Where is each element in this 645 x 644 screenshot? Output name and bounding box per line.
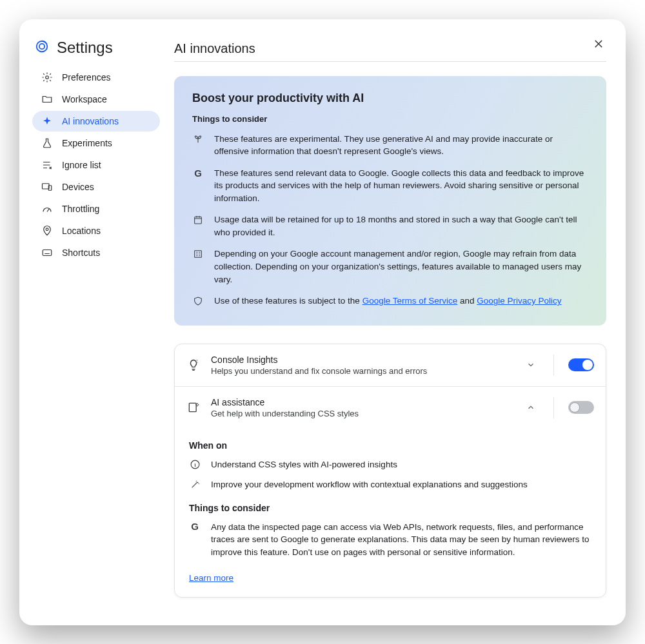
svg-point-1 [39, 43, 45, 48]
features-card: Console Insights Helps you understand an… [174, 344, 606, 598]
svg-rect-7 [195, 217, 202, 224]
info-banner: Boost your productivity with AI Things t… [174, 76, 606, 326]
gauge-icon [41, 203, 53, 215]
terms-link[interactable]: Google Terms of Service [362, 296, 458, 306]
toggle-ai-assistance[interactable] [568, 401, 594, 414]
sidebar-item-throttling[interactable]: Throttling [32, 199, 160, 219]
svg-point-2 [46, 75, 49, 79]
app-logo-icon [35, 39, 49, 56]
close-button[interactable] [590, 35, 608, 53]
svg-rect-9 [189, 404, 196, 412]
app-title: Settings [57, 39, 113, 57]
shield-icon [192, 295, 204, 307]
svg-rect-6 [43, 249, 52, 255]
sidebar-item-label: Devices [62, 182, 94, 192]
when-on-heading: When on [189, 440, 591, 451]
svg-rect-8 [195, 251, 202, 258]
calendar-icon [192, 213, 204, 239]
sidebar-item-label: AI innovations [62, 116, 119, 126]
banner-subtitle: Things to consider [192, 114, 588, 124]
banner-item-legal: Use of these features is subject to the … [192, 295, 588, 307]
sidebar-item-shortcuts[interactable]: Shortcuts [32, 242, 160, 263]
google-icon: G [189, 521, 201, 531]
banner-item-experimental: These features are experimental. They us… [192, 133, 588, 158]
google-icon: G [192, 167, 204, 205]
banner-title: Boost your productivity with AI [192, 92, 588, 105]
feature-subtitle: Get help with understanding CSS styles [211, 409, 512, 418]
learn-more-link[interactable]: Learn more [189, 573, 233, 583]
sidebar-item-label: Experiments [62, 138, 112, 148]
chevron-up-icon[interactable] [522, 403, 539, 412]
seedling-icon [192, 133, 204, 158]
banner-item-text: These features send relevant data to Goo… [214, 167, 588, 205]
svg-point-5 [46, 228, 48, 230]
divider [553, 355, 554, 376]
svg-rect-3 [43, 183, 50, 188]
pin-icon [41, 225, 53, 237]
feature-title: AI assistance [211, 397, 512, 407]
sidebar: Settings Preferences Workspace AI innova… [19, 32, 168, 625]
feature-console-insights: Console Insights Helps you understand an… [175, 344, 606, 386]
org-icon [192, 248, 204, 286]
settings-window: Settings Preferences Workspace AI innova… [19, 19, 626, 625]
consider-item: G Any data the inspected page can access… [189, 521, 591, 559]
sidebar-item-label: Locations [62, 226, 101, 236]
banner-item-text: Depending on your Google account managem… [214, 248, 588, 286]
page-title: AI innovations [174, 41, 606, 56]
sidebar-item-locations[interactable]: Locations [32, 220, 160, 241]
sidebar-item-ai-innovations[interactable]: AI innovations [32, 111, 160, 132]
keyboard-icon [41, 247, 53, 259]
feature-subtitle: Helps you understand and fix console war… [211, 366, 512, 376]
sidebar-item-label: Ignore list [62, 160, 101, 170]
panel-sparkle-icon [186, 401, 201, 414]
sidebar-header: Settings [32, 39, 160, 57]
consider-text: Any data the inspected page can access v… [211, 521, 591, 559]
sparkle-icon [41, 115, 53, 127]
sidebar-item-preferences[interactable]: Preferences [32, 67, 160, 88]
consider-heading: Things to consider [189, 503, 591, 513]
main-content: AI innovations Boost your productivity w… [168, 32, 626, 625]
bulb-icon [186, 358, 201, 371]
banner-item-text: Usage data will be retained for up to 18… [214, 213, 588, 239]
sidebar-item-label: Shortcuts [62, 248, 100, 258]
feature-ai-assistance-details: When on Understand CSS styles with AI-po… [175, 440, 606, 597]
folder-icon [41, 93, 53, 105]
chevron-down-icon[interactable] [522, 360, 539, 369]
devices-icon [41, 181, 53, 193]
feature-ai-assistance: AI assistance Get help with understandin… [175, 387, 606, 429]
sidebar-item-devices[interactable]: Devices [32, 177, 160, 197]
when-on-text: Improve your development workflow with c… [211, 478, 528, 491]
toggle-console-insights[interactable] [568, 358, 594, 371]
info-icon [189, 458, 201, 470]
privacy-link[interactable]: Google Privacy Policy [477, 296, 561, 306]
banner-item-text: Use of these features is subject to the … [214, 295, 562, 307]
list-x-icon [41, 159, 53, 171]
sidebar-item-label: Throttling [62, 204, 99, 214]
flask-icon [41, 137, 53, 149]
divider [553, 397, 554, 418]
wand-icon [189, 478, 201, 490]
when-on-text: Understand CSS styles with AI-powered in… [211, 458, 397, 471]
sidebar-item-workspace[interactable]: Workspace [32, 89, 160, 110]
banner-item-text: These features are experimental. They us… [214, 133, 588, 158]
sidebar-item-label: Preferences [62, 72, 110, 83]
banner-item-region: Depending on your Google account managem… [192, 248, 588, 286]
feature-title: Console Insights [211, 355, 512, 365]
banner-item-retention: Usage data will be retained for up to 18… [192, 213, 588, 239]
gear-icon [41, 72, 53, 83]
when-on-item: Improve your development workflow with c… [189, 478, 591, 491]
sidebar-item-label: Workspace [62, 94, 107, 104]
when-on-item: Understand CSS styles with AI-powered in… [189, 458, 591, 471]
divider [174, 61, 606, 62]
sidebar-item-experiments[interactable]: Experiments [32, 133, 160, 153]
sidebar-item-ignore-list[interactable]: Ignore list [32, 155, 160, 175]
banner-item-google-data: G These features send relevant data to G… [192, 167, 588, 205]
